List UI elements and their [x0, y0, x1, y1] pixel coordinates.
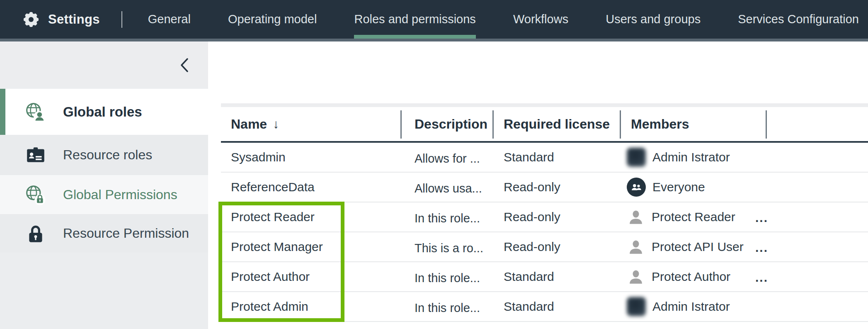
id-card-icon [25, 144, 46, 166]
sidebar-item-resource-permission[interactable]: Resource Permission [0, 214, 208, 253]
required-license: Read-only [494, 180, 621, 194]
more-members-ellipsis[interactable]: ... [755, 211, 767, 225]
table-row-sysadmin[interactable]: Sysadmin Allows for ... Standard Admin I… [221, 143, 868, 173]
required-license: Read-only [494, 240, 621, 254]
members-cell: Admin Istrator [621, 143, 767, 172]
role-description: In this role... [402, 269, 494, 285]
table-row-protect-admin[interactable]: Protect Admin In this role... Standard A… [221, 292, 868, 322]
navbar-divider [121, 11, 122, 28]
tab-services-configuration[interactable]: Services Configuration [738, 0, 859, 39]
sidebar-header [0, 41, 208, 89]
role-name: Protect Manager [221, 240, 402, 254]
tab-workflows[interactable]: Workflows [513, 0, 568, 39]
lock-icon [25, 223, 46, 244]
navbar-tabs: General Operating model Roles and permis… [148, 0, 868, 39]
column-header-empty [767, 107, 868, 141]
members-cell: Protect Author ... [621, 262, 767, 291]
member-name: Protect API User [652, 240, 744, 254]
person-silhouette-icon [627, 237, 645, 256]
group-circle-icon [627, 178, 646, 197]
members-cell: Protect API User ... [621, 232, 767, 261]
tab-general[interactable]: General [148, 0, 191, 39]
app-title: Settings [48, 12, 100, 27]
sidebar-item-global-roles[interactable]: Global roles [0, 89, 208, 135]
sort-desc-icon[interactable]: ↓ [273, 117, 279, 131]
required-license: Standard [494, 270, 621, 284]
chevron-left-icon [179, 57, 190, 73]
gear-icon [22, 11, 40, 28]
sidebar-item-label: Global roles [63, 104, 142, 120]
table-top-strip [221, 103, 868, 107]
members-cell: Protect Reader ... [621, 202, 767, 232]
member-name: Admin Istrator [652, 150, 730, 164]
person-silhouette-icon [627, 207, 645, 227]
sidebar-filler [0, 253, 208, 329]
tab-roles-and-permissions[interactable]: Roles and permissions [354, 0, 475, 39]
globe-user-icon [25, 101, 46, 123]
sidebar-item-label: Global Permissions [63, 187, 177, 202]
person-silhouette-icon [627, 267, 645, 286]
table-header-row: Name ↓ Description Required license Memb… [221, 107, 868, 143]
blurred-avatar [627, 297, 646, 316]
role-name: Sysadmin [221, 150, 402, 164]
column-header-description[interactable]: Description [402, 107, 494, 141]
table-row-protect-manager[interactable]: Protect Manager This is a ro... Read-onl… [221, 232, 868, 262]
role-description: This is a ro... [402, 239, 494, 255]
sidebar-item-label: Resource roles [63, 147, 152, 163]
blurred-avatar [627, 148, 646, 167]
sidebar: Global roles Resource roles [0, 41, 208, 329]
members-cell: Everyone [621, 173, 767, 202]
more-members-ellipsis[interactable]: ... [755, 241, 767, 255]
member-name: Everyone [652, 180, 705, 194]
navbar-bottom-strip [0, 39, 868, 41]
tab-users-and-groups[interactable]: Users and groups [606, 0, 701, 39]
settings-menu-button[interactable]: Settings [22, 0, 100, 39]
role-description: Allows usa... [402, 179, 494, 195]
table-row-protect-reader[interactable]: Protect Reader In this role... Read-only… [221, 202, 868, 232]
globe-lock-icon [25, 184, 46, 205]
required-license: Standard [494, 150, 621, 164]
member-name: Protect Author [652, 270, 730, 284]
required-license: Standard [494, 300, 621, 314]
column-header-name[interactable]: Name ↓ [221, 107, 402, 141]
role-name: Protect Reader [221, 210, 402, 224]
role-description: In this role... [402, 299, 494, 315]
more-members-ellipsis[interactable]: ... [755, 271, 767, 285]
sidebar-collapse-button[interactable] [178, 56, 191, 74]
role-name: ReferenceData [221, 180, 402, 194]
role-description: In this role... [402, 209, 494, 225]
table-row-protect-author[interactable]: Protect Author In this role... Standard … [221, 262, 868, 292]
members-cell: Admin Istrator [621, 292, 767, 321]
role-description: Allows for ... [402, 149, 494, 166]
sidebar-item-resource-roles[interactable]: Resource roles [0, 135, 208, 175]
top-navbar: Settings General Operating model Roles a… [0, 0, 868, 39]
column-header-members[interactable]: Members [621, 107, 767, 141]
column-header-required-license[interactable]: Required license [494, 107, 621, 141]
role-name: Protect Admin [221, 300, 402, 314]
table-body: Sysadmin Allows for ... Standard Admin I… [221, 143, 868, 322]
tab-operating-model[interactable]: Operating model [228, 0, 317, 39]
sidebar-item-global-permissions[interactable]: Global Permissions [0, 175, 208, 214]
role-name: Protect Author [221, 270, 402, 284]
member-name: Protect Reader [652, 210, 735, 224]
sidebar-item-label: Resource Permission [63, 226, 189, 241]
table-row-referencedata[interactable]: ReferenceData Allows usa... Read-only Ev… [221, 173, 868, 202]
required-license: Read-only [494, 210, 621, 224]
member-name: Admin Istrator [652, 300, 730, 314]
